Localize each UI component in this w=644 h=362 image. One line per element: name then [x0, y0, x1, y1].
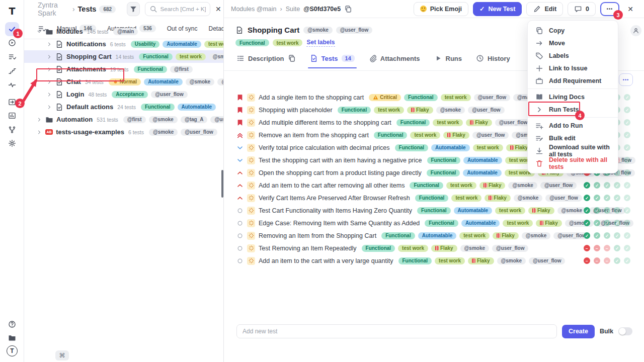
- status-dot-pass[interactable]: ✓: [594, 220, 600, 226]
- menu-item-delete-suite-with-all-tests[interactable]: Delete suite with all tests: [528, 157, 618, 169]
- sidebar-item-list-check[interactable]: [6, 51, 18, 63]
- chevron-right-icon[interactable]: [46, 41, 52, 47]
- status-dot-pass[interactable]: ✓: [584, 182, 590, 189]
- status-dot-pass[interactable]: ✓: [624, 107, 630, 113]
- test-title[interactable]: Test Cart Functionality with Items Havin…: [259, 207, 412, 214]
- test-title[interactable]: Remove an item from the shopping cart: [259, 132, 369, 139]
- sidebar-item-branch[interactable]: [6, 124, 18, 136]
- new-test-button[interactable]: ✓ New Test: [473, 2, 522, 16]
- sidebar-item-logo-circle[interactable]: T: [6, 345, 18, 357]
- test-title[interactable]: Test Removing an Item Repeatedly: [259, 245, 357, 252]
- test-row[interactable]: Verify Cart Items Are Preserved After Br…: [224, 192, 644, 204]
- sidebar-item-gear[interactable]: [6, 137, 18, 149]
- tree-item-default-actions[interactable]: Default actions24 testsFunctionalAutomat…: [24, 101, 223, 113]
- sidebar-item-play-circle[interactable]: [6, 37, 18, 49]
- menu-item-run-tests[interactable]: Run Tests4: [528, 103, 618, 116]
- breadcrumb-project[interactable]: Zyntra Spark: [38, 1, 69, 17]
- menu-item-download-suite-with-all-tests[interactable]: Download suite with all tests: [528, 144, 618, 157]
- copy-icon[interactable]: [288, 54, 296, 62]
- status-dot-pass[interactable]: ✓: [604, 207, 610, 214]
- bulk-toggle[interactable]: [618, 327, 632, 335]
- tab-runs[interactable]: Runs: [434, 54, 462, 67]
- tree-item-automation[interactable]: Automation531 tests@first@smoke@tag_A@us…: [24, 113, 223, 126]
- status-dot-pass[interactable]: ✓: [604, 220, 610, 226]
- test-row[interactable]: Test Cart Functionality with Items Havin…: [224, 204, 644, 217]
- test-title[interactable]: Test the shopping cart with an item havi…: [259, 157, 422, 164]
- tree-item-tests-usage-examples[interactable]: ABtests-usage-examples6 tests@smoke@user…: [24, 126, 223, 138]
- test-row[interactable]: Edge Case: Removing Item with Same Quant…: [224, 217, 644, 229]
- test-title[interactable]: Add a single item to the shopping cart: [259, 94, 364, 101]
- status-dot-pass[interactable]: ✓: [594, 232, 600, 239]
- set-labels-link[interactable]: Set labels: [306, 39, 335, 47]
- chevron-right-icon[interactable]: [46, 54, 52, 60]
- breadcrumb-parent[interactable]: Modules @main: [231, 6, 277, 13]
- sidebar-item-folder-solid[interactable]: [6, 332, 18, 344]
- create-test-button[interactable]: Create: [562, 325, 595, 338]
- tab-description[interactable]: Description: [236, 54, 296, 67]
- status-dot-pass[interactable]: ✓: [624, 119, 630, 126]
- comments-button[interactable]: 0: [568, 2, 596, 16]
- status-dot-pass[interactable]: ✓: [624, 169, 630, 176]
- status-dot-pass[interactable]: ✓: [624, 144, 630, 151]
- status-dot-pass[interactable]: ✓: [624, 94, 630, 101]
- status-dot-pass[interactable]: ✓: [614, 232, 620, 239]
- status-dot-pass[interactable]: ✓: [594, 182, 600, 189]
- add-test-input[interactable]: [236, 324, 557, 338]
- menu-item-copy[interactable]: Copy: [528, 24, 618, 37]
- status-dot-pass[interactable]: ✓: [624, 232, 630, 239]
- chevron-right-icon[interactable]: [46, 92, 52, 98]
- tree-item-modules[interactable]: Modules145 tests@main: [24, 25, 223, 38]
- test-title[interactable]: Add multiple different items to the shop…: [259, 119, 391, 126]
- copy-icon[interactable]: [344, 5, 352, 13]
- status-dot-pass[interactable]: ✓: [624, 157, 630, 163]
- test-title[interactable]: Removing an Item from the Shopping Cart: [259, 232, 376, 239]
- status-dot-pass[interactable]: ✓: [624, 195, 630, 201]
- status-dot-pass[interactable]: ✓: [584, 220, 590, 226]
- test-title[interactable]: Verify Cart Items Are Preserved After Br…: [259, 195, 410, 202]
- tree-item-notifications[interactable]: Notifications6 testsUsabilityAutomatable…: [24, 38, 223, 50]
- test-row[interactable]: Test Removing an Item RepeatedlyFunction…: [224, 242, 644, 254]
- test-title[interactable]: Verify total price calculation with deci…: [259, 144, 390, 151]
- search-input[interactable]: [160, 6, 206, 12]
- chevron-right-icon[interactable]: [46, 104, 52, 110]
- menu-item-add-to-run[interactable]: Add to Run: [528, 119, 618, 132]
- status-dot-pass[interactable]: ✓: [604, 195, 610, 201]
- status-dot-pass[interactable]: ✓: [584, 195, 590, 201]
- test-row[interactable]: Removing an Item from the Shopping CartF…: [224, 229, 644, 242]
- status-dot-pass[interactable]: ✓: [594, 207, 600, 214]
- chevron-right-icon[interactable]: [36, 129, 42, 135]
- filter-button[interactable]: [127, 2, 140, 16]
- menu-item-add-requirement[interactable]: Add Requirement: [528, 74, 618, 87]
- search-box[interactable]: [145, 2, 210, 16]
- status-dot-pass[interactable]: ✓: [624, 257, 630, 264]
- test-title[interactable]: Add an item to the cart after removing a…: [259, 182, 405, 189]
- test-row[interactable]: Add an item to the cart with a very larg…: [224, 254, 644, 267]
- status-dot-fail[interactable]: −: [594, 245, 600, 251]
- status-dot-pass[interactable]: ✓: [624, 132, 630, 138]
- close-panel-button[interactable]: ✕: [624, 3, 637, 16]
- status-dot-pass[interactable]: ✓: [614, 257, 620, 264]
- sidebar-item-stairs[interactable]: [6, 65, 18, 77]
- menu-item-bulk-edit[interactable]: Bulk edit: [528, 132, 618, 144]
- status-dot-pass[interactable]: ✓: [594, 195, 600, 201]
- tree-item-login[interactable]: Login48 testsAcceptance@user_flow: [24, 88, 223, 101]
- status-dot-pass[interactable]: ✓: [614, 245, 620, 251]
- status-dot-pass[interactable]: ✓: [604, 182, 610, 189]
- status-dot-pass[interactable]: ✓: [614, 182, 620, 189]
- test-title[interactable]: Edge Case: Removing Item with Same Quant…: [259, 220, 420, 227]
- test-title[interactable]: Shopping with placeholder: [259, 107, 333, 114]
- status-dot-pass[interactable]: ✓: [604, 232, 610, 239]
- status-dot-fail[interactable]: −: [604, 245, 610, 251]
- chevron-right-icon[interactable]: [36, 117, 42, 123]
- status-dot-pass[interactable]: ✓: [624, 182, 630, 189]
- sidebar-item-bar-chart[interactable]: [6, 110, 18, 122]
- status-dot-pass[interactable]: ✓: [614, 195, 620, 201]
- edit-button[interactable]: Edit: [526, 2, 563, 16]
- status-dot-pass[interactable]: ✓: [614, 220, 620, 226]
- status-dot-fail[interactable]: −: [584, 245, 590, 251]
- test-title[interactable]: Open the shopping cart from a product li…: [259, 169, 422, 176]
- status-dot-pass[interactable]: ✓: [624, 220, 630, 226]
- status-dot-pass[interactable]: ✓: [584, 207, 590, 214]
- menu-item-link-to-issue[interactable]: Link to Issue: [528, 62, 618, 74]
- status-dot-pass[interactable]: ✓: [624, 207, 630, 214]
